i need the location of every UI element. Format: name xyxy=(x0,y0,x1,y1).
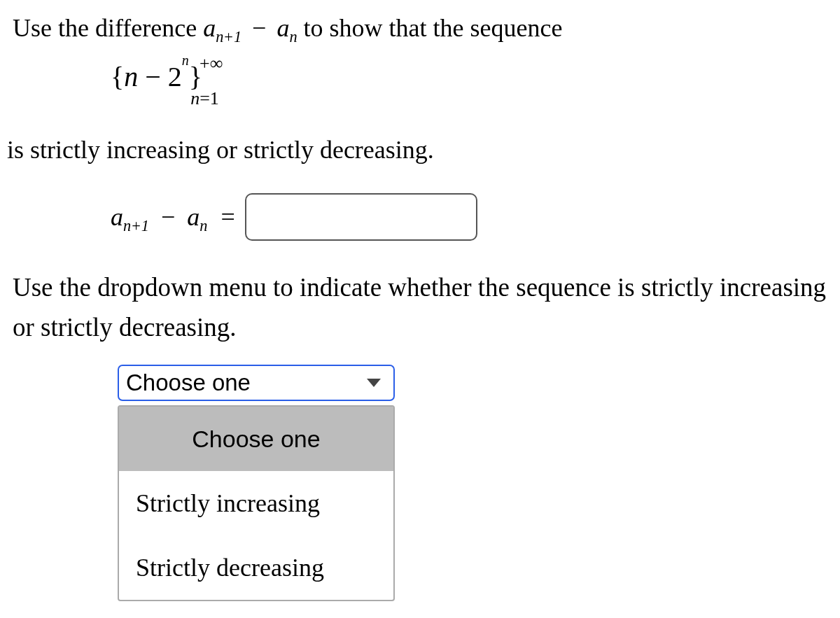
dropdown-button[interactable]: Choose one xyxy=(118,365,395,401)
dropdown-option-placeholder[interactable]: Choose one xyxy=(119,407,393,471)
problem-intro-line-1: Use the difference an+1 − an to show tha… xyxy=(13,15,827,41)
dropdown-panel: Choose one Strictly increasing Strictly … xyxy=(118,405,395,601)
a-n: an xyxy=(276,14,297,42)
minus-sign: − xyxy=(252,14,266,42)
dropdown-option-increasing[interactable]: Strictly increasing xyxy=(119,471,393,535)
dropdown-option-decreasing[interactable]: Strictly decreasing xyxy=(119,535,393,600)
dropdown-instruction: Use the dropdown menu to indicate whethe… xyxy=(13,267,827,348)
a-nplus1: an+1 xyxy=(203,14,241,42)
lhs-expression: an+1 − an = xyxy=(111,204,235,230)
chevron-down-icon xyxy=(367,379,381,387)
sequence-lower-limit: n=1 xyxy=(190,88,219,108)
sequence-upper-limit: +∞ xyxy=(200,53,223,73)
problem-intro-line-2: is strictly increasing or strictly decre… xyxy=(7,137,827,162)
text-to-show: to show that the sequence xyxy=(298,14,563,42)
sequence-definition: {n − 2n} +∞ n=1 xyxy=(111,60,827,115)
monotonicity-dropdown: Choose one Choose one Strictly increasin… xyxy=(118,365,395,601)
dropdown-selected-label: Choose one xyxy=(126,371,367,394)
difference-equation-row: an+1 − an = xyxy=(111,193,827,241)
text-use-diff: Use the difference xyxy=(13,14,203,42)
difference-answer-input[interactable] xyxy=(245,193,477,241)
